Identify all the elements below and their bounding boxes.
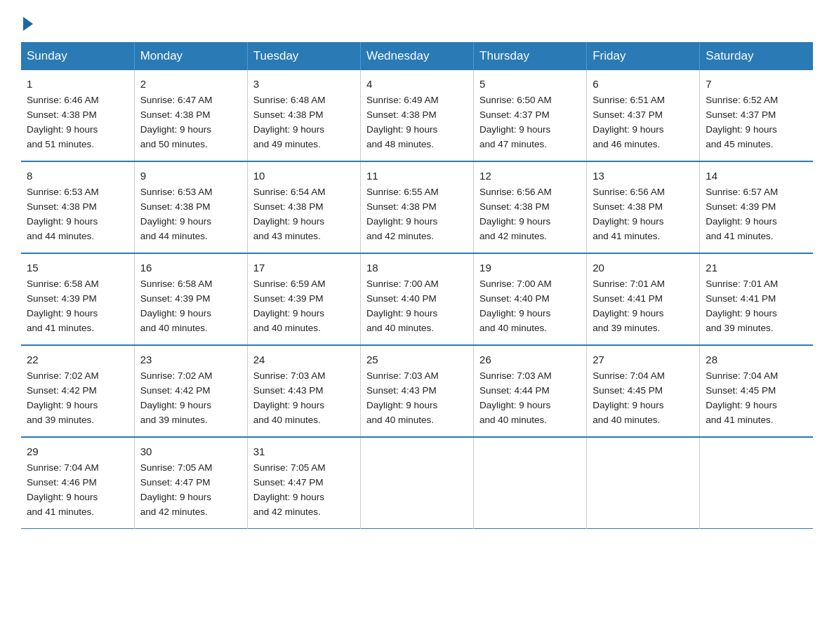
calendar-cell: 16Sunrise: 6:58 AMSunset: 4:39 PMDayligh… <box>134 253 247 345</box>
day-number: 21 <box>706 260 807 276</box>
day-number: 22 <box>27 351 128 368</box>
calendar-cell: 29Sunrise: 7:04 AMSunset: 4:46 PMDayligh… <box>21 437 134 528</box>
logo-arrow-icon <box>23 17 33 31</box>
calendar-cell: 28Sunrise: 7:04 AMSunset: 4:45 PMDayligh… <box>700 345 813 437</box>
calendar-cell: 24Sunrise: 7:03 AMSunset: 4:43 PMDayligh… <box>247 345 360 437</box>
calendar-header-row: SundayMondayTuesdayWednesdayThursdayFrid… <box>21 42 813 70</box>
calendar-cell: 6Sunrise: 6:51 AMSunset: 4:37 PMDaylight… <box>587 70 700 161</box>
logo <box>21 14 33 29</box>
calendar-cell: 7Sunrise: 6:52 AMSunset: 4:37 PMDaylight… <box>700 70 813 161</box>
day-number: 20 <box>593 260 694 276</box>
calendar-cell: 30Sunrise: 7:05 AMSunset: 4:47 PMDayligh… <box>134 437 247 528</box>
day-info: Sunrise: 7:01 AMSunset: 4:41 PMDaylight:… <box>593 279 665 333</box>
header-sunday: Sunday <box>21 42 134 70</box>
calendar-table: SundayMondayTuesdayWednesdayThursdayFrid… <box>21 42 813 529</box>
calendar-cell: 17Sunrise: 6:59 AMSunset: 4:39 PMDayligh… <box>247 253 360 345</box>
day-info: Sunrise: 7:02 AMSunset: 4:42 PMDaylight:… <box>140 370 213 425</box>
day-number: 31 <box>253 443 355 459</box>
day-info: Sunrise: 6:58 AMSunset: 4:39 PMDaylight:… <box>27 279 99 333</box>
day-number: 8 <box>27 168 128 184</box>
calendar-cell: 2Sunrise: 6:47 AMSunset: 4:38 PMDaylight… <box>134 70 247 161</box>
day-number: 23 <box>140 351 241 368</box>
calendar-cell: 1Sunrise: 6:46 AMSunset: 4:38 PMDaylight… <box>21 70 134 161</box>
day-info: Sunrise: 6:51 AMSunset: 4:37 PMDaylight:… <box>593 95 665 149</box>
calendar-cell: 20Sunrise: 7:01 AMSunset: 4:41 PMDayligh… <box>587 253 700 345</box>
calendar-cell: 8Sunrise: 6:53 AMSunset: 4:38 PMDaylight… <box>21 161 134 253</box>
calendar-week-row: 15Sunrise: 6:58 AMSunset: 4:39 PMDayligh… <box>21 253 813 345</box>
calendar-cell <box>474 437 587 528</box>
header-wednesday: Wednesday <box>360 42 473 70</box>
calendar-cell: 11Sunrise: 6:55 AMSunset: 4:38 PMDayligh… <box>360 161 473 253</box>
day-info: Sunrise: 7:04 AMSunset: 4:45 PMDaylight:… <box>706 370 778 425</box>
day-number: 11 <box>366 168 468 184</box>
day-info: Sunrise: 7:01 AMSunset: 4:41 PMDaylight:… <box>706 279 778 333</box>
day-info: Sunrise: 7:04 AMSunset: 4:46 PMDaylight:… <box>27 462 99 517</box>
day-number: 17 <box>253 260 355 276</box>
calendar-cell <box>360 437 473 528</box>
day-number: 24 <box>253 351 355 368</box>
day-info: Sunrise: 6:59 AMSunset: 4:39 PMDaylight:… <box>253 279 326 333</box>
calendar-week-row: 22Sunrise: 7:02 AMSunset: 4:42 PMDayligh… <box>21 345 813 437</box>
calendar-cell: 19Sunrise: 7:00 AMSunset: 4:40 PMDayligh… <box>474 253 587 345</box>
day-info: Sunrise: 7:00 AMSunset: 4:40 PMDaylight:… <box>366 279 439 333</box>
header-monday: Monday <box>134 42 247 70</box>
day-number: 13 <box>593 168 694 184</box>
day-number: 1 <box>27 76 128 92</box>
day-info: Sunrise: 6:48 AMSunset: 4:38 PMDaylight:… <box>253 95 326 149</box>
day-number: 5 <box>479 76 581 92</box>
day-info: Sunrise: 6:56 AMSunset: 4:38 PMDaylight:… <box>479 187 552 241</box>
calendar-week-row: 1Sunrise: 6:46 AMSunset: 4:38 PMDaylight… <box>21 70 813 161</box>
day-number: 28 <box>706 351 807 368</box>
day-number: 14 <box>706 168 807 184</box>
day-number: 25 <box>366 351 468 368</box>
header-tuesday: Tuesday <box>247 42 360 70</box>
calendar-cell: 25Sunrise: 7:03 AMSunset: 4:43 PMDayligh… <box>360 345 473 437</box>
day-number: 2 <box>140 76 241 92</box>
header-thursday: Thursday <box>474 42 587 70</box>
calendar-cell: 15Sunrise: 6:58 AMSunset: 4:39 PMDayligh… <box>21 253 134 345</box>
calendar-cell: 4Sunrise: 6:49 AMSunset: 4:38 PMDaylight… <box>360 70 473 161</box>
day-info: Sunrise: 7:00 AMSunset: 4:40 PMDaylight:… <box>479 279 552 333</box>
day-info: Sunrise: 7:04 AMSunset: 4:45 PMDaylight:… <box>593 370 665 425</box>
day-number: 15 <box>27 260 128 276</box>
day-info: Sunrise: 7:03 AMSunset: 4:43 PMDaylight:… <box>253 370 326 425</box>
calendar-cell: 27Sunrise: 7:04 AMSunset: 4:45 PMDayligh… <box>587 345 700 437</box>
day-info: Sunrise: 6:55 AMSunset: 4:38 PMDaylight:… <box>366 187 439 241</box>
day-number: 26 <box>479 351 581 368</box>
day-info: Sunrise: 7:03 AMSunset: 4:44 PMDaylight:… <box>479 370 552 425</box>
header-saturday: Saturday <box>700 42 813 70</box>
day-number: 29 <box>27 443 128 459</box>
day-number: 19 <box>479 260 581 276</box>
calendar-cell: 9Sunrise: 6:53 AMSunset: 4:38 PMDaylight… <box>134 161 247 253</box>
day-number: 27 <box>593 351 694 368</box>
day-info: Sunrise: 7:03 AMSunset: 4:43 PMDaylight:… <box>366 370 439 425</box>
day-number: 18 <box>366 260 468 276</box>
calendar-cell: 18Sunrise: 7:00 AMSunset: 4:40 PMDayligh… <box>360 253 473 345</box>
day-number: 6 <box>593 76 694 92</box>
day-info: Sunrise: 6:52 AMSunset: 4:37 PMDaylight:… <box>706 95 778 149</box>
day-number: 3 <box>253 76 355 92</box>
day-info: Sunrise: 6:58 AMSunset: 4:39 PMDaylight:… <box>140 279 213 333</box>
calendar-cell: 31Sunrise: 7:05 AMSunset: 4:47 PMDayligh… <box>247 437 360 528</box>
calendar-cell: 3Sunrise: 6:48 AMSunset: 4:38 PMDaylight… <box>247 70 360 161</box>
calendar-cell: 14Sunrise: 6:57 AMSunset: 4:39 PMDayligh… <box>700 161 813 253</box>
day-number: 30 <box>140 443 241 459</box>
day-info: Sunrise: 6:47 AMSunset: 4:38 PMDaylight:… <box>140 95 213 149</box>
calendar-week-row: 29Sunrise: 7:04 AMSunset: 4:46 PMDayligh… <box>21 437 813 528</box>
calendar-cell: 22Sunrise: 7:02 AMSunset: 4:42 PMDayligh… <box>21 345 134 437</box>
calendar-cell: 5Sunrise: 6:50 AMSunset: 4:37 PMDaylight… <box>474 70 587 161</box>
calendar-cell: 13Sunrise: 6:56 AMSunset: 4:38 PMDayligh… <box>587 161 700 253</box>
day-number: 16 <box>140 260 241 276</box>
page-header <box>21 14 813 29</box>
day-number: 12 <box>479 168 581 184</box>
day-number: 4 <box>366 76 468 92</box>
calendar-cell: 21Sunrise: 7:01 AMSunset: 4:41 PMDayligh… <box>700 253 813 345</box>
day-info: Sunrise: 6:57 AMSunset: 4:39 PMDaylight:… <box>706 187 778 241</box>
calendar-cell: 26Sunrise: 7:03 AMSunset: 4:44 PMDayligh… <box>474 345 587 437</box>
calendar-cell: 10Sunrise: 6:54 AMSunset: 4:38 PMDayligh… <box>247 161 360 253</box>
header-friday: Friday <box>587 42 700 70</box>
day-info: Sunrise: 7:05 AMSunset: 4:47 PMDaylight:… <box>253 462 326 517</box>
day-number: 9 <box>140 168 241 184</box>
day-info: Sunrise: 6:53 AMSunset: 4:38 PMDaylight:… <box>27 187 99 241</box>
day-info: Sunrise: 6:49 AMSunset: 4:38 PMDaylight:… <box>366 95 439 149</box>
